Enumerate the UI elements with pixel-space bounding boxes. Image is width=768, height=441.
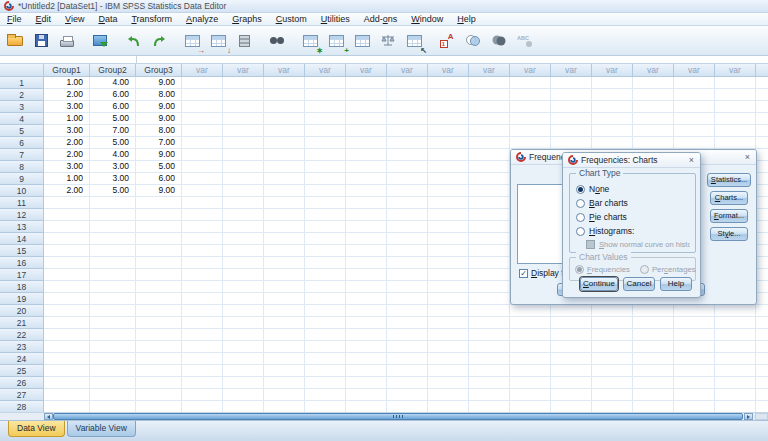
cell[interactable] [90, 281, 136, 293]
cell[interactable]: 9.00 [136, 149, 182, 161]
cell[interactable] [44, 293, 90, 305]
row-number[interactable]: 3 [0, 101, 44, 113]
column-header-var[interactable]: var [182, 64, 223, 77]
cell[interactable] [428, 305, 469, 317]
cell[interactable] [387, 173, 428, 185]
cell[interactable] [387, 365, 428, 377]
cell[interactable] [428, 269, 469, 281]
cell[interactable] [715, 401, 756, 412]
cell[interactable] [182, 341, 223, 353]
cell[interactable] [264, 305, 305, 317]
column-header-var[interactable]: var [469, 64, 510, 77]
cell[interactable] [90, 329, 136, 341]
cell[interactable] [223, 101, 264, 113]
cell[interactable] [305, 233, 346, 245]
cell[interactable] [90, 401, 136, 412]
row-number[interactable]: 20 [0, 305, 44, 317]
cell[interactable] [305, 209, 346, 221]
cell[interactable] [756, 353, 768, 365]
cell[interactable] [305, 341, 346, 353]
cell[interactable] [469, 341, 510, 353]
cell[interactable] [428, 113, 469, 125]
cell[interactable]: 9.00 [136, 185, 182, 197]
cell[interactable] [264, 113, 305, 125]
cell[interactable] [715, 389, 756, 401]
cell[interactable] [387, 353, 428, 365]
cell[interactable] [136, 317, 182, 329]
cell[interactable] [305, 317, 346, 329]
cell[interactable] [264, 329, 305, 341]
menu-data[interactable]: Data [91, 13, 124, 26]
cell[interactable] [223, 89, 264, 101]
cell[interactable] [469, 113, 510, 125]
cell[interactable] [90, 209, 136, 221]
row-number[interactable]: 5 [0, 125, 44, 137]
split-file-icon[interactable] [349, 29, 375, 53]
cell[interactable] [592, 353, 633, 365]
cell[interactable] [510, 77, 551, 89]
cell[interactable] [387, 89, 428, 101]
cell[interactable] [428, 209, 469, 221]
cell[interactable] [469, 365, 510, 377]
cell[interactable] [756, 113, 768, 125]
cell[interactable] [510, 113, 551, 125]
cell[interactable] [633, 101, 674, 113]
radio-option-none[interactable]: None [576, 182, 690, 196]
cell[interactable] [756, 293, 768, 305]
row-number[interactable]: 14 [0, 233, 44, 245]
cell[interactable] [756, 137, 768, 149]
cell[interactable] [264, 353, 305, 365]
continue-button[interactable]: Continue [580, 277, 618, 291]
cell[interactable] [44, 329, 90, 341]
cell[interactable] [469, 77, 510, 89]
cell[interactable] [182, 89, 223, 101]
cell[interactable] [633, 77, 674, 89]
column-header-var[interactable]: var [387, 64, 428, 77]
cell[interactable] [510, 353, 551, 365]
cell[interactable] [551, 137, 592, 149]
cell[interactable] [428, 245, 469, 257]
cell[interactable] [346, 281, 387, 293]
cell[interactable] [182, 305, 223, 317]
cell[interactable] [264, 389, 305, 401]
menu-transform[interactable]: Transform [124, 13, 179, 26]
cell[interactable] [305, 77, 346, 89]
cell[interactable] [182, 185, 223, 197]
row-number[interactable]: 12 [0, 209, 44, 221]
cell[interactable] [305, 113, 346, 125]
cell[interactable]: 3.00 [90, 173, 136, 185]
cell[interactable] [756, 341, 768, 353]
cell[interactable] [44, 209, 90, 221]
cell[interactable] [90, 257, 136, 269]
row-number[interactable]: 8 [0, 161, 44, 173]
row-number[interactable]: 13 [0, 221, 44, 233]
cell[interactable] [264, 101, 305, 113]
charts-button[interactable]: Charts... [710, 191, 748, 205]
cell[interactable] [428, 341, 469, 353]
cell[interactable] [182, 257, 223, 269]
cell[interactable] [305, 305, 346, 317]
cell[interactable] [387, 101, 428, 113]
cell[interactable] [44, 221, 90, 233]
tab-data-view[interactable]: Data View [8, 421, 65, 437]
cell[interactable] [592, 317, 633, 329]
cell[interactable] [674, 113, 715, 125]
cell[interactable] [674, 125, 715, 137]
cell[interactable] [44, 305, 90, 317]
row-number[interactable]: 18 [0, 281, 44, 293]
cell[interactable] [633, 305, 674, 317]
cell[interactable] [756, 221, 768, 233]
cell[interactable] [469, 293, 510, 305]
cell[interactable] [346, 125, 387, 137]
cell[interactable]: 4.00 [90, 149, 136, 161]
cell[interactable] [715, 365, 756, 377]
redo-icon[interactable] [146, 29, 172, 53]
cell[interactable] [674, 365, 715, 377]
row-number[interactable]: 17 [0, 269, 44, 281]
cell[interactable] [428, 161, 469, 173]
cell[interactable] [223, 77, 264, 89]
cell[interactable] [346, 149, 387, 161]
cell[interactable]: 1.00 [44, 113, 90, 125]
cell[interactable] [387, 305, 428, 317]
column-header-var[interactable]: var [428, 64, 469, 77]
